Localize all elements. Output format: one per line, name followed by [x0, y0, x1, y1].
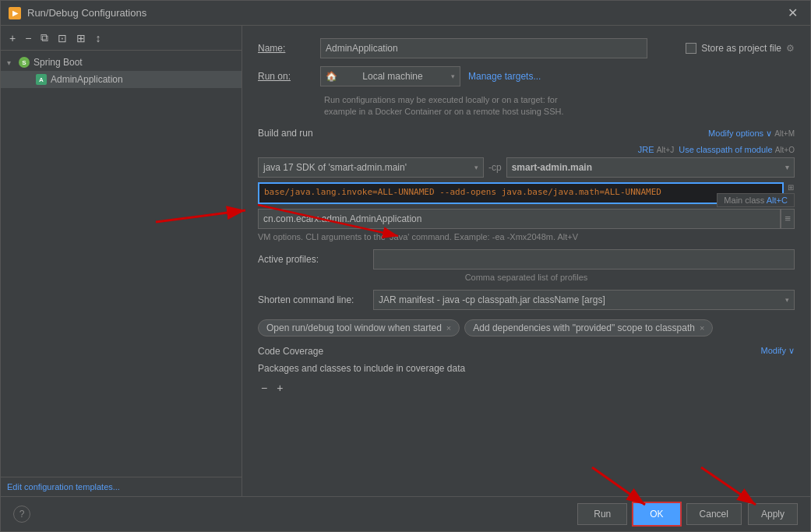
config-tree: ▾ S Spring Boot A AdminApplication [1, 51, 242, 477]
local-machine-text: Local machine [362, 71, 422, 82]
shorten-cmd-value: JAR manifest - java -cp classpath.jar cl… [379, 294, 605, 305]
build-run-header: Build and run Modify options ∨ Alt+M [258, 128, 795, 139]
shorten-cmd-label: Shorten command line: [258, 294, 367, 305]
new-folder-button[interactable]: ⊞ [72, 30, 90, 47]
edit-templates-link[interactable]: Edit configuration templates... [7, 482, 120, 491]
active-profiles-input[interactable] [373, 249, 795, 270]
modify-options-area: Modify options ∨ Alt+M [708, 128, 795, 139]
run-button[interactable]: Run [577, 503, 627, 525]
sdk-chevron-icon: ▾ [474, 164, 478, 171]
vm-options-field[interactable]: base/java.lang.invoke=ALL-UNNAMED --add-… [258, 182, 784, 204]
run-hint-text: Run configurations may be executed local… [324, 94, 795, 118]
build-run-section: Build and run Modify options ∨ Alt+M JRE… [258, 128, 795, 241]
name-label: Name: [258, 43, 320, 54]
run-on-row: Run on: 🏠 Local machine ▾ Manage targets… [258, 66, 795, 86]
cp-label: -cp [488, 162, 502, 173]
tag-add-dependencies-label: Add dependencies with "provided" scope t… [473, 322, 695, 333]
shorten-cmd-dropdown[interactable]: JAR manifest - java -cp classpath.jar cl… [373, 290, 795, 310]
bottom-bar: ? Run OK Cancel Apply [1, 496, 810, 531]
store-as-project-label: Store as project file [701, 43, 781, 54]
active-profiles-row: Active profiles: [258, 249, 795, 270]
vm-expand-icon[interactable]: ⊞ [787, 182, 795, 192]
main-class-row: Main class Alt+C ≡ [258, 209, 795, 229]
admin-application-label: AdminApplication [51, 74, 123, 85]
run-on-chevron-icon: ▾ [451, 72, 455, 80]
build-run-title: Build and run [258, 128, 313, 139]
tag-add-dependencies: Add dependencies with "provided" scope t… [464, 319, 713, 336]
main-class-input[interactable] [258, 209, 781, 229]
name-row: Name: Store as project file ⚙ [258, 38, 795, 58]
run-on-dropdown[interactable]: 🏠 Local machine ▾ [320, 66, 460, 86]
manage-targets-link[interactable]: Manage targets... [468, 71, 541, 82]
coverage-toolbar: − + [258, 380, 795, 396]
sdk-dropdown[interactable]: java 17 SDK of 'smart-admin.main' ▾ [258, 157, 484, 178]
modify-shortcut: Alt+M [774, 129, 795, 138]
tag-add-dependencies-close[interactable]: × [700, 323, 704, 333]
spring-boot-icon: S [18, 56, 30, 69]
local-machine-icon: 🏠 [326, 71, 337, 82]
main-content: + − ⧉ ⊡ ⊞ ↕ ▾ S Spring Boot A [1, 26, 810, 496]
cp-chevron-icon: ▾ [785, 164, 789, 171]
jre-button[interactable]: JRE Alt+J [638, 145, 674, 154]
remove-config-button[interactable]: − [21, 30, 35, 47]
save-config-button[interactable]: ⊡ [54, 30, 71, 47]
sort-button[interactable]: ↕ [91, 30, 104, 47]
sidebar-footer: Edit configuration templates... [1, 477, 242, 496]
tag-run-debug-close[interactable]: × [446, 323, 451, 333]
cp-value-text: smart-admin.main [512, 162, 592, 173]
active-profiles-label: Active profiles: [258, 254, 367, 265]
gear-icon[interactable]: ⚙ [786, 43, 795, 54]
cancel-button[interactable]: Cancel [686, 503, 742, 525]
spring-boot-label: Spring Boot [33, 57, 83, 68]
code-coverage-modify-link[interactable]: Modify ∨ [761, 346, 795, 356]
sidebar-toolbar: + − ⧉ ⊡ ⊞ ↕ [1, 26, 242, 51]
dialog-title: Run/Debug Configurations [27, 7, 146, 19]
code-coverage-header: Code Coverage Modify ∨ [258, 346, 795, 357]
add-config-button[interactable]: + [5, 30, 19, 47]
code-coverage-section: Code Coverage Modify ∨ Packages and clas… [258, 346, 795, 396]
coverage-hint-text: Packages and classes to include in cover… [258, 363, 795, 374]
chevron-down-icon: ▾ [7, 58, 18, 67]
app-icon: ▶ [9, 7, 21, 19]
vm-hint-text: VM options. CLI arguments to the 'Java' … [258, 232, 795, 241]
right-panel: Name: Store as project file ⚙ Run on: 🏠 … [242, 26, 810, 496]
store-as-project-checkbox[interactable] [686, 43, 696, 54]
help-button[interactable]: ? [13, 506, 30, 523]
sdk-classpath-row: java 17 SDK of 'smart-admin.main' ▾ -cp … [258, 157, 795, 178]
main-class-badge: Main class Alt+C [717, 193, 795, 207]
store-checkbox-area: Store as project file ⚙ [686, 43, 795, 54]
use-classpath-button[interactable]: Use classpath of module Alt+O [679, 145, 795, 154]
run-debug-dialog: ▶ Run/Debug Configurations ✕ + − ⧉ ⊡ ⊞ ↕… [0, 0, 811, 532]
main-class-browse-icon[interactable]: ≡ [781, 209, 795, 229]
coverage-remove-button[interactable]: − [258, 380, 270, 396]
tree-spring-boot-group[interactable]: ▾ S Spring Boot [1, 54, 242, 71]
classpath-dropdown[interactable]: smart-admin.main ▾ [506, 157, 795, 178]
tag-run-debug-label: Open run/debug tool window when started [266, 322, 442, 333]
admin-app-icon: A [35, 73, 48, 86]
profiles-hint-text: Comma separated list of profiles [258, 273, 795, 282]
tag-container: Open run/debug tool window when started … [258, 319, 795, 336]
modify-options-link[interactable]: Modify options ∨ Alt+M [708, 129, 795, 138]
vm-options-row: base/java.lang.invoke=ALL-UNNAMED --add-… [258, 182, 795, 204]
title-bar: ▶ Run/Debug Configurations ✕ [1, 1, 810, 26]
main-class-input-wrap: ≡ [258, 209, 795, 229]
shorten-cmd-row: Shorten command line: JAR manifest - jav… [258, 290, 795, 310]
store-as-project-area: Store as project file ⚙ [686, 43, 795, 54]
tree-admin-application[interactable]: A AdminApplication [1, 71, 242, 88]
ok-button[interactable]: OK [633, 503, 679, 525]
coverage-add-button[interactable]: + [273, 380, 286, 396]
sidebar: + − ⧉ ⊡ ⊞ ↕ ▾ S Spring Boot A [1, 26, 242, 496]
tag-run-debug-window: Open run/debug tool window when started … [258, 319, 460, 336]
title-bar-left: ▶ Run/Debug Configurations [9, 7, 146, 19]
shorten-cmd-chevron-icon: ▾ [785, 296, 789, 304]
jre-classpath-row: JRE Alt+J Use classpath of module Alt+O [258, 145, 795, 154]
code-coverage-title: Code Coverage [258, 346, 323, 357]
copy-config-button[interactable]: ⧉ [37, 29, 52, 47]
name-input[interactable] [320, 38, 647, 58]
run-on-label: Run on: [258, 71, 320, 82]
sdk-value-text: java 17 SDK of 'smart-admin.main' [263, 162, 407, 173]
vm-options-text: base/java.lang.invoke=ALL-UNNAMED --add-… [264, 187, 661, 197]
apply-button[interactable]: Apply [748, 503, 798, 525]
close-button[interactable]: ✕ [783, 4, 802, 22]
